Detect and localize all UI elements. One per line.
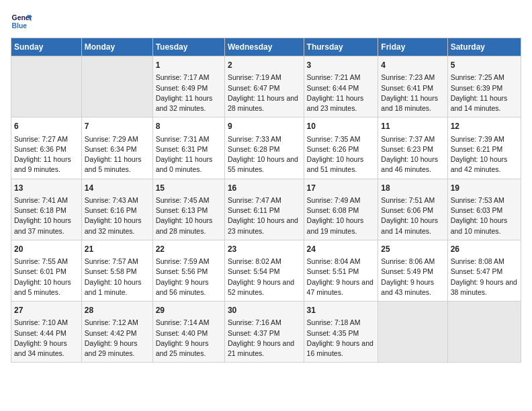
sunrise-text: Sunrise: 7:23 AM	[381, 73, 435, 81]
sunrise-text: Sunrise: 7:51 AM	[381, 196, 435, 204]
sunset-text: Sunset: 6:28 PM	[228, 145, 280, 153]
calendar-cell: 22Sunrise: 7:59 AMSunset: 5:56 PMDayligh…	[152, 240, 224, 301]
sunset-text: Sunset: 5:51 PM	[307, 267, 359, 275]
day-number: 19	[451, 183, 518, 194]
daylight-text: Daylight: 11 hours and 32 minutes.	[156, 94, 213, 112]
sunset-text: Sunset: 6:06 PM	[381, 206, 433, 214]
calendar-week-row: 6Sunrise: 7:27 AMSunset: 6:36 PMDaylight…	[11, 118, 521, 179]
calendar-cell: 15Sunrise: 7:45 AMSunset: 6:13 PMDayligh…	[152, 179, 224, 240]
sunset-text: Sunset: 5:49 PM	[381, 267, 433, 275]
sunrise-text: Sunrise: 7:18 AM	[307, 318, 361, 326]
calendar-week-row: 27Sunrise: 7:10 AMSunset: 4:44 PMDayligh…	[11, 302, 521, 363]
sunset-text: Sunset: 6:31 PM	[156, 145, 208, 153]
day-number: 14	[85, 183, 150, 194]
day-number: 31	[307, 305, 375, 316]
day-number: 16	[228, 183, 301, 194]
column-header-monday: Monday	[81, 38, 152, 56]
calendar-cell: 30Sunrise: 7:16 AMSunset: 4:37 PMDayligh…	[224, 302, 304, 363]
day-number: 2	[228, 60, 301, 71]
sunrise-text: Sunrise: 7:57 AM	[85, 257, 138, 265]
day-number: 22	[156, 244, 222, 255]
calendar-week-row: 1Sunrise: 7:17 AMSunset: 6:49 PMDaylight…	[11, 56, 521, 118]
calendar-cell: 24Sunrise: 8:04 AMSunset: 5:51 PMDayligh…	[304, 240, 378, 301]
sunrise-text: Sunrise: 7:43 AM	[85, 196, 138, 204]
calendar-cell: 9Sunrise: 7:33 AMSunset: 6:28 PMDaylight…	[224, 118, 304, 179]
sunset-text: Sunset: 4:37 PM	[228, 329, 280, 337]
calendar-cell: 29Sunrise: 7:14 AMSunset: 4:40 PMDayligh…	[152, 302, 224, 363]
day-number: 30	[228, 305, 301, 316]
daylight-text: Daylight: 9 hours and 52 minutes.	[228, 278, 294, 296]
daylight-text: Daylight: 10 hours and 55 minutes.	[228, 155, 298, 173]
calendar-cell: 20Sunrise: 7:55 AMSunset: 6:01 PMDayligh…	[11, 240, 82, 301]
sunset-text: Sunset: 6:36 PM	[14, 145, 66, 153]
calendar-cell: 21Sunrise: 7:57 AMSunset: 5:58 PMDayligh…	[81, 240, 152, 301]
daylight-text: Daylight: 11 hours and 23 minutes.	[307, 94, 364, 112]
logo-icon: General Blue	[11, 11, 32, 32]
calendar-week-row: 20Sunrise: 7:55 AMSunset: 6:01 PMDayligh…	[11, 240, 521, 301]
daylight-text: Daylight: 9 hours and 34 minutes.	[14, 339, 67, 357]
sunrise-text: Sunrise: 7:35 AM	[307, 135, 361, 143]
daylight-text: Daylight: 9 hours and 16 minutes.	[307, 339, 373, 357]
daylight-text: Daylight: 9 hours and 29 minutes.	[85, 339, 138, 357]
daylight-text: Daylight: 11 hours and 18 minutes.	[381, 94, 438, 112]
sunrise-text: Sunrise: 7:16 AM	[228, 318, 281, 326]
daylight-text: Daylight: 10 hours and 1 minute.	[85, 278, 142, 296]
sunrise-text: Sunrise: 7:27 AM	[14, 135, 68, 143]
day-number: 26	[451, 244, 518, 255]
logo: General Blue	[11, 11, 32, 32]
calendar-cell: 5Sunrise: 7:25 AMSunset: 6:39 PMDaylight…	[447, 56, 521, 118]
day-number: 27	[14, 305, 79, 316]
sunset-text: Sunset: 6:13 PM	[156, 206, 208, 214]
daylight-text: Daylight: 9 hours and 56 minutes.	[156, 278, 209, 296]
sunset-text: Sunset: 4:35 PM	[307, 329, 359, 337]
sunrise-text: Sunrise: 7:19 AM	[228, 73, 281, 81]
calendar-cell: 6Sunrise: 7:27 AMSunset: 6:36 PMDaylight…	[11, 118, 82, 179]
calendar-cell	[378, 302, 447, 363]
daylight-text: Daylight: 10 hours and 46 minutes.	[381, 155, 438, 173]
calendar-cell: 13Sunrise: 7:41 AMSunset: 6:18 PMDayligh…	[11, 179, 82, 240]
sunset-text: Sunset: 6:11 PM	[228, 206, 280, 214]
sunrise-text: Sunrise: 7:21 AM	[307, 73, 361, 81]
sunrise-text: Sunrise: 7:59 AM	[156, 257, 210, 265]
sunrise-text: Sunrise: 7:12 AM	[85, 318, 138, 326]
daylight-text: Daylight: 10 hours and 32 minutes.	[85, 216, 142, 234]
sunset-text: Sunset: 6:21 PM	[451, 145, 503, 153]
svg-text:Blue: Blue	[12, 22, 28, 30]
daylight-text: Daylight: 10 hours and 37 minutes.	[14, 216, 71, 234]
day-number: 12	[451, 121, 518, 132]
daylight-text: Daylight: 11 hours and 9 minutes.	[14, 155, 71, 173]
calendar-cell: 2Sunrise: 7:19 AMSunset: 6:47 PMDaylight…	[224, 56, 304, 118]
day-number: 23	[228, 244, 301, 255]
day-number: 4	[381, 60, 444, 71]
day-number: 3	[307, 60, 375, 71]
calendar-table: SundayMondayTuesdayWednesdayThursdayFrid…	[11, 38, 521, 363]
daylight-text: Daylight: 10 hours and 28 minutes.	[156, 216, 213, 234]
column-header-wednesday: Wednesday	[224, 38, 304, 56]
calendar-header-row: SundayMondayTuesdayWednesdayThursdayFrid…	[11, 38, 521, 56]
sunrise-text: Sunrise: 7:29 AM	[85, 135, 138, 143]
day-number: 24	[307, 244, 375, 255]
calendar-cell: 25Sunrise: 8:06 AMSunset: 5:49 PMDayligh…	[378, 240, 447, 301]
day-number: 15	[156, 183, 222, 194]
calendar-cell: 18Sunrise: 7:51 AMSunset: 6:06 PMDayligh…	[378, 179, 447, 240]
day-number: 18	[381, 183, 444, 194]
sunrise-text: Sunrise: 7:55 AM	[14, 257, 68, 265]
sunset-text: Sunset: 5:54 PM	[228, 267, 280, 275]
calendar-cell	[81, 56, 152, 118]
sunset-text: Sunset: 6:26 PM	[307, 145, 359, 153]
daylight-text: Daylight: 10 hours and 19 minutes.	[307, 216, 364, 234]
sunrise-text: Sunrise: 8:04 AM	[307, 257, 361, 265]
sunset-text: Sunset: 5:56 PM	[156, 267, 208, 275]
sunrise-text: Sunrise: 7:10 AM	[14, 318, 68, 326]
day-number: 6	[14, 121, 79, 132]
daylight-text: Daylight: 9 hours and 25 minutes.	[156, 339, 209, 357]
sunrise-text: Sunrise: 7:31 AM	[156, 135, 210, 143]
calendar-cell: 26Sunrise: 8:08 AMSunset: 5:47 PMDayligh…	[447, 240, 521, 301]
sunrise-text: Sunrise: 7:17 AM	[156, 73, 210, 81]
sunset-text: Sunset: 6:18 PM	[14, 206, 66, 214]
day-number: 9	[228, 121, 301, 132]
day-number: 1	[156, 60, 222, 71]
day-number: 8	[156, 121, 222, 132]
day-number: 20	[14, 244, 79, 255]
day-number: 29	[156, 305, 222, 316]
